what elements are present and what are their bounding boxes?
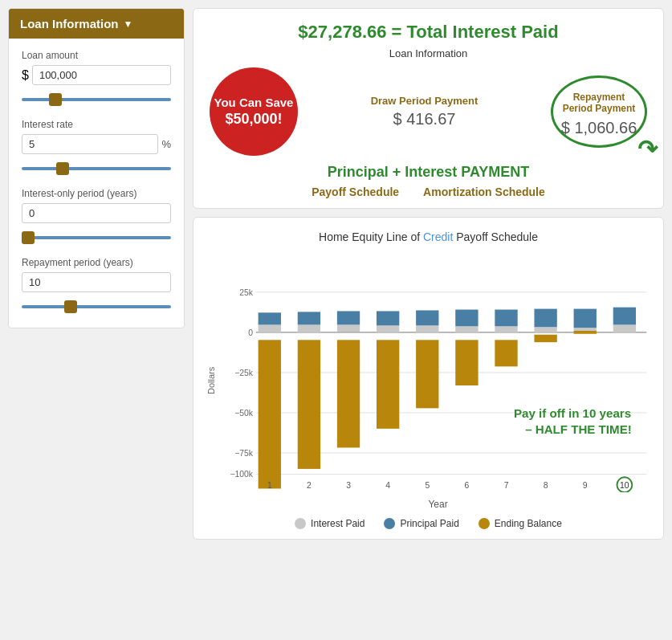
draw-period-value: $ 416.67 [393,110,456,128]
svg-rect-33 [534,309,556,328]
total-interest-heading: $27,278.66 = Total Interest Paid [210,22,647,43]
chevron-down-icon: ▼ [124,18,133,30]
interest-only-input[interactable] [22,203,171,223]
interest-rate-input[interactable] [22,134,158,154]
x-axis-label: Year [226,499,650,510]
legend-interest: Interest Paid [295,518,365,529]
tabs-row: Payoff Schedule Amortization Schedule [210,185,647,198]
svg-rect-13 [298,340,320,469]
save-badge-line1: You Can Save [214,95,294,111]
top-card: $27,278.66 = Total Interest Paid Loan In… [193,8,664,209]
loan-amount-slider[interactable] [22,98,171,101]
legend-principal: Principal Paid [384,518,458,529]
svg-rect-14 [298,324,320,332]
chart-title: Home Equity Line of Credit Payoff Schedu… [206,230,650,243]
loan-currency-symbol: $ [22,68,29,83]
y-axis-label: Dollars [206,251,222,510]
repayment-period-input[interactable] [22,272,171,292]
interest-rate-label: Interest rate [22,119,171,130]
legend-principal-label: Principal Paid [400,518,458,529]
svg-text:10: 10 [620,481,629,490]
svg-rect-37 [613,324,636,332]
sidebar-title: Loan Information [20,17,119,31]
repayment-period-slider[interactable] [22,305,171,308]
tab-payoff[interactable]: Payoff Schedule [312,185,399,198]
interest-only-slider[interactable] [22,236,171,239]
sidebar: Loan Information ▼ Loan amount $ Interes… [8,8,185,328]
bar-balance-1 [259,340,281,488]
svg-text:– HALF THE TIME!: – HALF THE TIME! [525,422,632,436]
svg-rect-21 [377,311,399,325]
svg-rect-36 [574,309,597,328]
svg-rect-16 [337,340,360,447]
svg-text:8: 8 [544,481,548,490]
legend-interest-dot [295,518,306,529]
loan-amount-label: Loan amount [22,50,171,61]
loan-amount-group: Loan amount $ [22,50,171,104]
svg-text:4: 4 [385,481,390,490]
legend-balance-dot [479,518,490,529]
svg-text:25k: 25k [239,288,254,297]
repayment-circle-wrapper: Repayment Period Payment $ 1,060.66 ↷ [551,75,647,148]
svg-rect-34 [574,331,597,334]
repayment-circle: Repayment Period Payment $ 1,060.66 ↷ [551,75,647,148]
legend-interest-label: Interest Paid [311,518,365,529]
svg-rect-27 [455,310,478,327]
svg-text:7: 7 [504,481,509,490]
draw-period-block: Draw Period Payment $ 416.67 [371,95,479,128]
repayment-period-label-display: Repayment Period Payment [553,87,645,119]
legend-balance-label: Ending Balance [495,518,562,529]
svg-rect-19 [377,340,399,429]
repayment-period-value: $ 1,060.66 [561,119,637,137]
chart-card: Home Equity Line of Credit Payoff Schedu… [193,217,664,540]
interest-rate-group: Interest rate % [22,119,171,173]
info-row: You Can Save $50,000! Draw Period Paymen… [210,67,647,156]
principal-interest-label: Principal + Interest PAYMENT [210,164,647,181]
legend-balance: Ending Balance [479,518,562,529]
chart-legend: Interest Paid Principal Paid Ending Bala… [206,518,650,529]
chart-inner: 25k 0 −25k −50k −75k −100k [226,251,650,510]
draw-period-label: Draw Period Payment [371,95,479,107]
bar-interest-1 [259,324,281,332]
sidebar-body: Loan amount $ Interest rate % Interest-o… [9,39,184,328]
svg-rect-25 [455,340,478,385]
svg-rect-31 [534,335,556,342]
interest-only-group: Interest-only period (years) [22,188,171,243]
svg-text:−100k: −100k [230,470,253,479]
svg-rect-24 [416,310,438,325]
svg-rect-17 [337,324,360,332]
svg-text:1: 1 [267,481,272,490]
svg-text:3: 3 [346,481,351,490]
interest-only-label: Interest-only period (years) [22,188,171,199]
svg-rect-18 [337,311,360,324]
svg-rect-22 [416,340,438,408]
svg-rect-15 [298,312,320,324]
svg-rect-32 [534,327,556,332]
loan-amount-input[interactable] [32,65,171,85]
svg-text:6: 6 [465,481,470,490]
repayment-period-label: Repayment period (years) [22,257,171,268]
main-content: $27,278.66 = Total Interest Paid Loan In… [193,8,664,540]
arrow-icon: ↷ [637,135,658,163]
svg-rect-28 [495,340,517,366]
interest-rate-slider[interactable] [22,167,171,170]
save-badge-amount: $50,000! [225,110,282,128]
percent-symbol: % [161,138,171,150]
svg-text:0: 0 [248,328,253,337]
legend-principal-dot [384,518,395,529]
repayment-period-group: Repayment period (years) [22,257,171,312]
bar-principal-1 [259,312,281,324]
svg-text:−50k: −50k [234,409,254,418]
svg-rect-38 [613,308,636,325]
tab-amortization[interactable]: Amortization Schedule [423,185,545,198]
chart-svg: 25k 0 −25k −50k −75k −100k [226,251,650,492]
svg-text:2: 2 [307,481,312,490]
sidebar-header: Loan Information ▼ [9,9,184,39]
svg-rect-29 [495,326,517,332]
chart-title-home: Home Equity Line of [319,230,423,243]
save-badge: You Can Save $50,000! [210,67,298,156]
chart-title-rest: Payoff Schedule [453,230,538,243]
svg-text:−25k: −25k [234,369,254,377]
loan-info-sublabel: Loan Information [210,47,647,59]
svg-rect-30 [495,310,517,327]
